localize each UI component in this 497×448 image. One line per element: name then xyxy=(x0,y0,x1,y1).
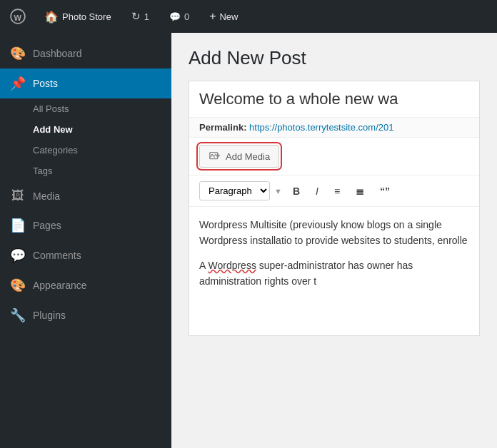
updates-item[interactable]: ↻ 1 xyxy=(127,7,154,26)
dashboard-icon: 🎨 xyxy=(10,46,26,61)
sidebar-item-plugins[interactable]: 🔧 Plugins xyxy=(0,300,171,330)
main-layout: 🎨 Dashboard 📌 Posts All Posts Add New Ca… xyxy=(0,33,497,448)
plus-icon: + xyxy=(209,10,216,23)
italic-button[interactable]: I xyxy=(309,182,325,200)
posts-submenu: All Posts Add New Categories Tags xyxy=(0,98,171,181)
content-paragraph-1: Wordpress Multisite (previously know blo… xyxy=(199,217,469,249)
comments-item[interactable]: 💬 0 xyxy=(165,9,194,25)
sidebar-item-dashboard[interactable]: 🎨 Dashboard xyxy=(0,39,171,68)
bold-button[interactable]: B xyxy=(286,182,306,200)
permalink-label: Permalink: xyxy=(199,122,246,133)
format-toolbar: Paragraph ▼ B I ≡ ≣ “” xyxy=(189,175,479,207)
ul-icon: ≡ xyxy=(334,185,340,197)
content-paragraph-2: A Wordpress super-administrator has owne… xyxy=(199,258,469,290)
add-media-icon xyxy=(209,150,221,163)
sidebar-item-label: Comments xyxy=(33,250,81,261)
unordered-list-button[interactable]: ≡ xyxy=(328,182,346,200)
media-icon: 🖼 xyxy=(10,188,26,203)
pages-icon: 📄 xyxy=(10,218,26,233)
content-inner: Add New Post Permalink: https://photos.t… xyxy=(171,33,497,350)
permalink-bar: Permalink: https://photos.terrytestsite.… xyxy=(189,118,479,138)
wp-logo[interactable]: W xyxy=(7,6,29,27)
updates-icon: ↻ xyxy=(131,10,141,23)
ol-icon: ≣ xyxy=(356,185,364,197)
sidebar-item-media[interactable]: 🖼 Media xyxy=(0,181,171,210)
sidebar-sub-all-posts[interactable]: All Posts xyxy=(0,98,171,119)
comments-count: 0 xyxy=(184,11,189,22)
editor-area: Permalink: https://photos.terrytestsite.… xyxy=(189,81,480,336)
new-label: New xyxy=(219,11,238,22)
sidebar-item-label: Appearance xyxy=(33,280,87,291)
sidebar-item-label: Media xyxy=(33,190,60,202)
ordered-list-button[interactable]: ≣ xyxy=(349,182,371,200)
posts-icon: 📌 xyxy=(10,76,26,91)
quote-icon: “” xyxy=(380,185,390,197)
site-name-label: Photo Store xyxy=(62,11,111,22)
plugins-icon: 🔧 xyxy=(10,307,26,323)
add-media-button[interactable]: Add Media xyxy=(199,145,279,168)
svg-text:W: W xyxy=(14,14,22,22)
content-area: Add New Post Permalink: https://photos.t… xyxy=(171,33,497,448)
sidebar-sub-categories[interactable]: Categories xyxy=(0,140,171,161)
paragraph-select[interactable]: Paragraph xyxy=(199,181,270,200)
wordpress-spell: Wordpress xyxy=(208,260,256,271)
sidebar-item-posts[interactable]: 📌 Posts xyxy=(0,68,171,98)
sidebar-item-appearance[interactable]: 🎨 Appearance xyxy=(0,270,171,300)
sidebar-item-pages[interactable]: 📄 Pages xyxy=(0,210,171,240)
blockquote-button[interactable]: “” xyxy=(373,182,396,200)
admin-bar: W 🏠 Photo Store ↻ 1 💬 0 + New xyxy=(0,0,497,33)
editor-content[interactable]: Wordpress Multisite (previously know blo… xyxy=(189,207,479,335)
sidebar-item-label: Posts xyxy=(33,78,58,89)
sidebar-item-comments[interactable]: 💬 Comments xyxy=(0,240,171,270)
sidebar-item-label: Dashboard xyxy=(33,48,82,59)
sidebar: 🎨 Dashboard 📌 Posts All Posts Add New Ca… xyxy=(0,33,171,448)
page-title: Add New Post xyxy=(189,47,480,69)
sidebar-item-label: Pages xyxy=(33,220,61,231)
appearance-icon: 🎨 xyxy=(10,278,26,293)
new-item[interactable]: + New xyxy=(205,7,242,26)
updates-count: 1 xyxy=(144,11,149,22)
permalink-url[interactable]: https://photos.terrytestsite.com/201 xyxy=(249,122,393,133)
home-icon: 🏠 xyxy=(44,10,59,24)
add-media-toolbar: Add Media xyxy=(189,138,479,175)
comments-icon: 💬 xyxy=(10,248,26,263)
comment-icon: 💬 xyxy=(169,11,181,22)
sidebar-item-label: Plugins xyxy=(33,310,66,321)
sidebar-sub-add-new[interactable]: Add New xyxy=(0,119,171,140)
sidebar-sub-tags[interactable]: Tags xyxy=(0,161,171,181)
post-title-input[interactable] xyxy=(189,81,479,118)
site-name[interactable]: 🏠 Photo Store xyxy=(40,7,116,26)
add-media-label: Add Media xyxy=(226,151,270,162)
